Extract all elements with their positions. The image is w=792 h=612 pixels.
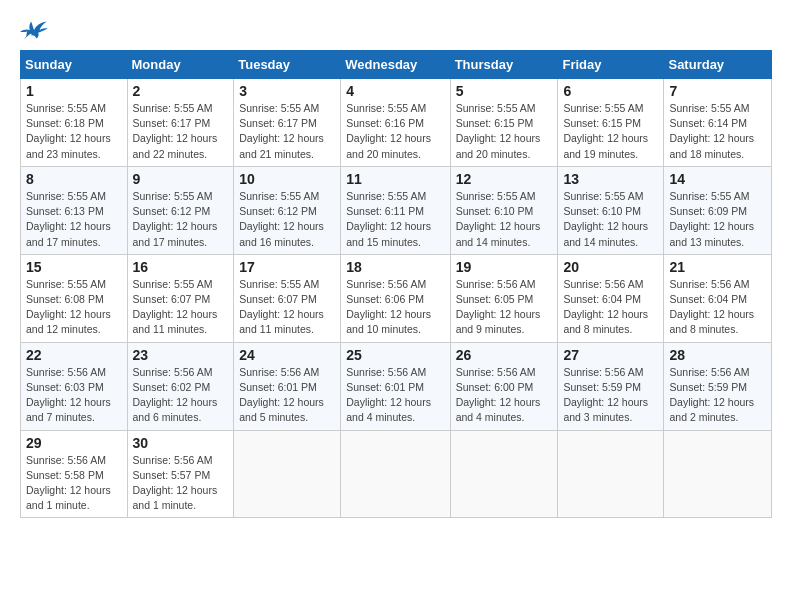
table-row: 2Sunrise: 5:55 AMSunset: 6:17 PMDaylight… [127, 79, 234, 167]
day-number: 29 [26, 435, 122, 451]
logo [20, 20, 52, 40]
day-info: Sunrise: 5:56 AMSunset: 6:01 PMDaylight:… [346, 365, 444, 426]
day-number: 27 [563, 347, 658, 363]
day-number: 16 [133, 259, 229, 275]
day-info: Sunrise: 5:56 AMSunset: 5:57 PMDaylight:… [133, 453, 229, 514]
day-number: 13 [563, 171, 658, 187]
table-row: 12Sunrise: 5:55 AMSunset: 6:10 PMDayligh… [450, 166, 558, 254]
day-info: Sunrise: 5:56 AMSunset: 5:59 PMDaylight:… [669, 365, 766, 426]
day-info: Sunrise: 5:55 AMSunset: 6:17 PMDaylight:… [133, 101, 229, 162]
table-row: 9Sunrise: 5:55 AMSunset: 6:12 PMDaylight… [127, 166, 234, 254]
table-row [234, 430, 341, 518]
weekday-header-thursday: Thursday [450, 51, 558, 79]
day-number: 24 [239, 347, 335, 363]
table-row: 28Sunrise: 5:56 AMSunset: 5:59 PMDayligh… [664, 342, 772, 430]
table-row: 3Sunrise: 5:55 AMSunset: 6:17 PMDaylight… [234, 79, 341, 167]
day-number: 2 [133, 83, 229, 99]
day-number: 6 [563, 83, 658, 99]
day-info: Sunrise: 5:55 AMSunset: 6:09 PMDaylight:… [669, 189, 766, 250]
day-number: 22 [26, 347, 122, 363]
day-number: 19 [456, 259, 553, 275]
day-info: Sunrise: 5:55 AMSunset: 6:15 PMDaylight:… [563, 101, 658, 162]
day-number: 21 [669, 259, 766, 275]
table-row: 8Sunrise: 5:55 AMSunset: 6:13 PMDaylight… [21, 166, 128, 254]
table-row: 5Sunrise: 5:55 AMSunset: 6:15 PMDaylight… [450, 79, 558, 167]
day-info: Sunrise: 5:56 AMSunset: 6:02 PMDaylight:… [133, 365, 229, 426]
weekday-header-row: SundayMondayTuesdayWednesdayThursdayFrid… [21, 51, 772, 79]
day-info: Sunrise: 5:56 AMSunset: 6:00 PMDaylight:… [456, 365, 553, 426]
table-row: 25Sunrise: 5:56 AMSunset: 6:01 PMDayligh… [341, 342, 450, 430]
day-number: 26 [456, 347, 553, 363]
table-row: 13Sunrise: 5:55 AMSunset: 6:10 PMDayligh… [558, 166, 664, 254]
day-number: 30 [133, 435, 229, 451]
day-info: Sunrise: 5:55 AMSunset: 6:14 PMDaylight:… [669, 101, 766, 162]
table-row: 7Sunrise: 5:55 AMSunset: 6:14 PMDaylight… [664, 79, 772, 167]
day-info: Sunrise: 5:55 AMSunset: 6:12 PMDaylight:… [239, 189, 335, 250]
table-row: 15Sunrise: 5:55 AMSunset: 6:08 PMDayligh… [21, 254, 128, 342]
day-number: 23 [133, 347, 229, 363]
day-info: Sunrise: 5:55 AMSunset: 6:18 PMDaylight:… [26, 101, 122, 162]
table-row: 4Sunrise: 5:55 AMSunset: 6:16 PMDaylight… [341, 79, 450, 167]
day-number: 14 [669, 171, 766, 187]
table-row [664, 430, 772, 518]
day-info: Sunrise: 5:55 AMSunset: 6:10 PMDaylight:… [563, 189, 658, 250]
table-row: 20Sunrise: 5:56 AMSunset: 6:04 PMDayligh… [558, 254, 664, 342]
day-number: 3 [239, 83, 335, 99]
day-number: 5 [456, 83, 553, 99]
day-info: Sunrise: 5:55 AMSunset: 6:07 PMDaylight:… [239, 277, 335, 338]
day-number: 17 [239, 259, 335, 275]
table-row: 19Sunrise: 5:56 AMSunset: 6:05 PMDayligh… [450, 254, 558, 342]
day-info: Sunrise: 5:55 AMSunset: 6:12 PMDaylight:… [133, 189, 229, 250]
day-info: Sunrise: 5:55 AMSunset: 6:07 PMDaylight:… [133, 277, 229, 338]
table-row: 27Sunrise: 5:56 AMSunset: 5:59 PMDayligh… [558, 342, 664, 430]
day-info: Sunrise: 5:56 AMSunset: 6:01 PMDaylight:… [239, 365, 335, 426]
day-number: 28 [669, 347, 766, 363]
weekday-header-saturday: Saturday [664, 51, 772, 79]
weekday-header-tuesday: Tuesday [234, 51, 341, 79]
day-number: 12 [456, 171, 553, 187]
table-row: 21Sunrise: 5:56 AMSunset: 6:04 PMDayligh… [664, 254, 772, 342]
calendar-week-row: 1Sunrise: 5:55 AMSunset: 6:18 PMDaylight… [21, 79, 772, 167]
table-row: 14Sunrise: 5:55 AMSunset: 6:09 PMDayligh… [664, 166, 772, 254]
day-number: 9 [133, 171, 229, 187]
header [20, 20, 772, 40]
day-info: Sunrise: 5:55 AMSunset: 6:13 PMDaylight:… [26, 189, 122, 250]
day-info: Sunrise: 5:55 AMSunset: 6:08 PMDaylight:… [26, 277, 122, 338]
day-number: 4 [346, 83, 444, 99]
table-row: 24Sunrise: 5:56 AMSunset: 6:01 PMDayligh… [234, 342, 341, 430]
day-info: Sunrise: 5:55 AMSunset: 6:11 PMDaylight:… [346, 189, 444, 250]
logo-bird-icon [20, 20, 48, 40]
table-row: 10Sunrise: 5:55 AMSunset: 6:12 PMDayligh… [234, 166, 341, 254]
day-number: 11 [346, 171, 444, 187]
weekday-header-sunday: Sunday [21, 51, 128, 79]
day-info: Sunrise: 5:56 AMSunset: 6:04 PMDaylight:… [669, 277, 766, 338]
calendar-week-row: 29Sunrise: 5:56 AMSunset: 5:58 PMDayligh… [21, 430, 772, 518]
day-info: Sunrise: 5:55 AMSunset: 6:10 PMDaylight:… [456, 189, 553, 250]
day-number: 8 [26, 171, 122, 187]
table-row: 11Sunrise: 5:55 AMSunset: 6:11 PMDayligh… [341, 166, 450, 254]
calendar-week-row: 8Sunrise: 5:55 AMSunset: 6:13 PMDaylight… [21, 166, 772, 254]
table-row: 16Sunrise: 5:55 AMSunset: 6:07 PMDayligh… [127, 254, 234, 342]
table-row: 17Sunrise: 5:55 AMSunset: 6:07 PMDayligh… [234, 254, 341, 342]
table-row [450, 430, 558, 518]
table-row: 23Sunrise: 5:56 AMSunset: 6:02 PMDayligh… [127, 342, 234, 430]
table-row: 29Sunrise: 5:56 AMSunset: 5:58 PMDayligh… [21, 430, 128, 518]
day-number: 20 [563, 259, 658, 275]
calendar-table: SundayMondayTuesdayWednesdayThursdayFrid… [20, 50, 772, 518]
weekday-header-friday: Friday [558, 51, 664, 79]
table-row [558, 430, 664, 518]
day-info: Sunrise: 5:56 AMSunset: 6:05 PMDaylight:… [456, 277, 553, 338]
table-row: 30Sunrise: 5:56 AMSunset: 5:57 PMDayligh… [127, 430, 234, 518]
day-number: 25 [346, 347, 444, 363]
day-number: 15 [26, 259, 122, 275]
page-container: SundayMondayTuesdayWednesdayThursdayFrid… [20, 20, 772, 518]
day-info: Sunrise: 5:56 AMSunset: 6:06 PMDaylight:… [346, 277, 444, 338]
day-number: 7 [669, 83, 766, 99]
day-info: Sunrise: 5:56 AMSunset: 5:59 PMDaylight:… [563, 365, 658, 426]
day-info: Sunrise: 5:56 AMSunset: 5:58 PMDaylight:… [26, 453, 122, 514]
table-row: 6Sunrise: 5:55 AMSunset: 6:15 PMDaylight… [558, 79, 664, 167]
weekday-header-wednesday: Wednesday [341, 51, 450, 79]
table-row: 1Sunrise: 5:55 AMSunset: 6:18 PMDaylight… [21, 79, 128, 167]
day-info: Sunrise: 5:55 AMSunset: 6:16 PMDaylight:… [346, 101, 444, 162]
day-info: Sunrise: 5:55 AMSunset: 6:17 PMDaylight:… [239, 101, 335, 162]
